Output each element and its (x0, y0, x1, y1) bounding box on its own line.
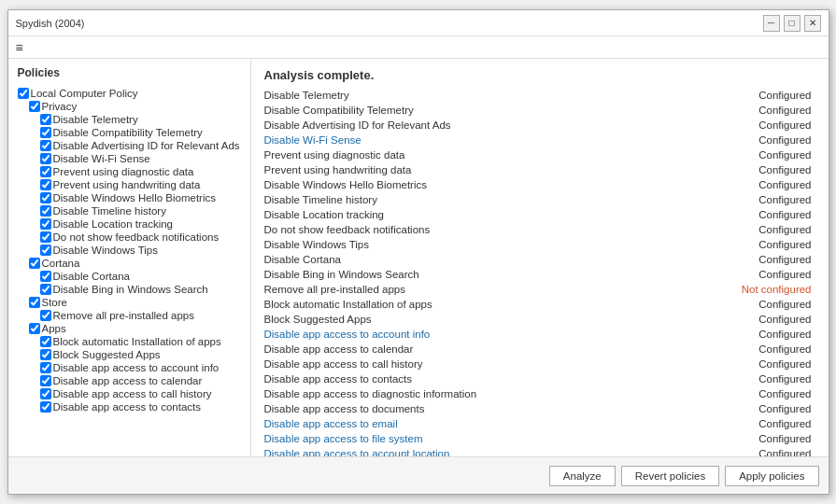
checkbox-local[interactable] (18, 88, 29, 99)
tree-item-a6[interactable]: Disable app access to contacts (8, 400, 250, 413)
result-policy-name[interactable]: Block Suggested Apps (264, 314, 703, 325)
menu-bar: ≡ (8, 36, 829, 59)
tree-item-p7[interactable]: Disable Windows Hello Biometrics (8, 191, 250, 204)
tree-item-p5[interactable]: Prevent using diagnostic data (8, 165, 250, 178)
result-row: Disable app access to account locationCo… (264, 446, 815, 456)
checkbox-p8[interactable] (40, 205, 51, 217)
checkbox-p3[interactable] (40, 140, 51, 151)
result-policy-name[interactable]: Disable Advertising ID for Relevant Ads (264, 119, 703, 131)
maximize-button[interactable]: □ (784, 15, 801, 32)
result-policy-status: Configured (703, 239, 815, 250)
checkbox-privacy[interactable] (29, 101, 40, 112)
tree-label-p2: Disable Compatibility Telemetry (53, 127, 203, 138)
checkbox-s1[interactable] (40, 310, 51, 321)
tree-item-c1[interactable]: Disable Cortana (8, 270, 250, 283)
checkbox-a3[interactable] (40, 362, 51, 373)
tree-item-privacy[interactable]: Privacy (8, 100, 250, 113)
result-row: Disable Location trackingConfigured (264, 207, 815, 222)
checkbox-apps[interactable] (29, 323, 40, 334)
result-policy-name[interactable]: Prevent using handwriting data (264, 164, 703, 175)
result-policy-name[interactable]: Disable app access to contacts (264, 373, 703, 385)
result-policy-name[interactable]: Disable Compatibility Telemetry (264, 105, 703, 116)
checkbox-p11[interactable] (40, 245, 51, 256)
tree-item-a5[interactable]: Disable app access to call history (8, 387, 250, 400)
checkbox-c1[interactable] (40, 271, 51, 282)
result-row: Disable CortanaConfigured (264, 252, 815, 267)
tree-item-p3[interactable]: Disable Advertising ID for Relevant Ads (8, 139, 250, 152)
checkbox-a1[interactable] (40, 336, 51, 347)
result-policy-name[interactable]: Disable Timeline history (264, 194, 703, 205)
checkbox-p7[interactable] (40, 192, 51, 203)
checkbox-p10[interactable] (40, 231, 51, 243)
checkbox-p5[interactable] (40, 166, 51, 177)
tree-item-p2[interactable]: Disable Compatibility Telemetry (8, 126, 250, 139)
result-row: Disable app access to file systemConfigu… (264, 431, 815, 446)
result-policy-name[interactable]: Disable Windows Tips (264, 239, 703, 250)
tree-item-p9[interactable]: Disable Location tracking (8, 217, 250, 231)
tree-label-p8: Disable Timeline history (53, 205, 166, 217)
result-policy-name[interactable]: Disable app access to call history (264, 358, 703, 370)
checkbox-p2[interactable] (40, 127, 51, 138)
tree-item-local[interactable]: Local Computer Policy (8, 87, 250, 100)
result-policy-status: Configured (703, 329, 815, 340)
tree-label-a5: Disable app access to call history (53, 388, 212, 399)
tree-item-store[interactable]: Store (8, 296, 250, 309)
result-policy-name[interactable]: Disable app access to file system (264, 433, 703, 444)
result-policy-status: Configured (703, 269, 815, 280)
result-policy-status: Configured (703, 433, 815, 444)
checkbox-a2[interactable] (40, 349, 51, 360)
result-policy-name[interactable]: Disable Wi-Fi Sense (264, 134, 703, 146)
result-policy-name[interactable]: Do not show feedback notifications (264, 224, 703, 235)
tree-item-p11[interactable]: Disable Windows Tips (8, 244, 250, 257)
checkbox-p9[interactable] (40, 218, 51, 230)
revert-policies-button[interactable]: Revert policies (621, 466, 719, 486)
result-row: Disable app access to diagnostic informa… (264, 386, 815, 401)
result-policy-name[interactable]: Prevent using diagnostic data (264, 149, 703, 161)
apply-policies-button[interactable]: Apply policies (725, 466, 818, 486)
result-policy-name[interactable]: Disable app access to account info (264, 329, 703, 340)
result-policy-name[interactable]: Disable app access to account location (264, 448, 703, 456)
checkbox-a5[interactable] (40, 388, 51, 399)
tree-item-p4[interactable]: Disable Wi-Fi Sense (8, 152, 250, 165)
tree-label-s1: Remove all pre-installed apps (53, 310, 195, 321)
checkbox-p6[interactable] (40, 179, 51, 190)
tree-item-p8[interactable]: Disable Timeline history (8, 204, 250, 217)
result-policy-name[interactable]: Disable app access to documents (264, 403, 703, 414)
hamburger-menu[interactable]: ≡ (16, 40, 23, 55)
checkbox-p1[interactable] (40, 114, 51, 125)
result-policy-status: Configured (703, 209, 815, 220)
minimize-button[interactable]: ─ (763, 15, 780, 32)
tree-item-cortana[interactable]: Cortana (8, 257, 250, 270)
result-policy-name[interactable]: Disable Bing in Windows Search (264, 269, 703, 280)
result-policy-name[interactable]: Disable Cortana (264, 254, 703, 265)
tree-item-a4[interactable]: Disable app access to calendar (8, 374, 250, 387)
tree-item-a3[interactable]: Disable app access to account info (8, 361, 250, 374)
tree-item-apps[interactable]: Apps (8, 322, 250, 335)
tree-item-c2[interactable]: Disable Bing in Windows Search (8, 283, 250, 296)
checkbox-c2[interactable] (40, 284, 51, 295)
result-policy-name[interactable]: Disable app access to calendar (264, 343, 703, 355)
checkbox-p4[interactable] (40, 153, 51, 164)
tree-item-s1[interactable]: Remove all pre-installed apps (8, 309, 250, 322)
result-policy-name[interactable]: Block automatic Installation of apps (264, 299, 703, 310)
checkbox-cortana[interactable] (29, 258, 40, 269)
result-policy-name[interactable]: Remove all pre-installed apps (264, 284, 703, 295)
result-policy-name[interactable]: Disable Windows Hello Biometrics (264, 179, 703, 190)
tree-item-p10[interactable]: Do not show feedback notifications (8, 231, 250, 244)
result-policy-name[interactable]: Disable Telemetry (264, 90, 703, 101)
tree-item-a2[interactable]: Block Suggested Apps (8, 348, 250, 361)
result-policy-name[interactable]: Disable Location tracking (264, 209, 703, 220)
tree-label-a1: Block automatic Installation of apps (53, 336, 221, 347)
analyze-button[interactable]: Analyze (549, 466, 616, 486)
tree-item-p6[interactable]: Prevent using handwriting data (8, 178, 250, 191)
checkbox-store[interactable] (29, 297, 40, 308)
checkbox-a4[interactable] (40, 375, 51, 386)
tree-label-a6: Disable app access to contacts (53, 401, 202, 413)
tree-item-p1[interactable]: Disable Telemetry (8, 113, 250, 126)
tree-item-a1[interactable]: Block automatic Installation of apps (8, 335, 250, 348)
result-policy-name[interactable]: Disable app access to diagnostic informa… (264, 388, 703, 399)
checkbox-a6[interactable] (40, 401, 51, 413)
footer: Analyze Revert policies Apply policies (8, 456, 829, 494)
close-button[interactable]: ✕ (804, 15, 821, 32)
result-policy-name[interactable]: Disable app access to email (264, 418, 703, 429)
